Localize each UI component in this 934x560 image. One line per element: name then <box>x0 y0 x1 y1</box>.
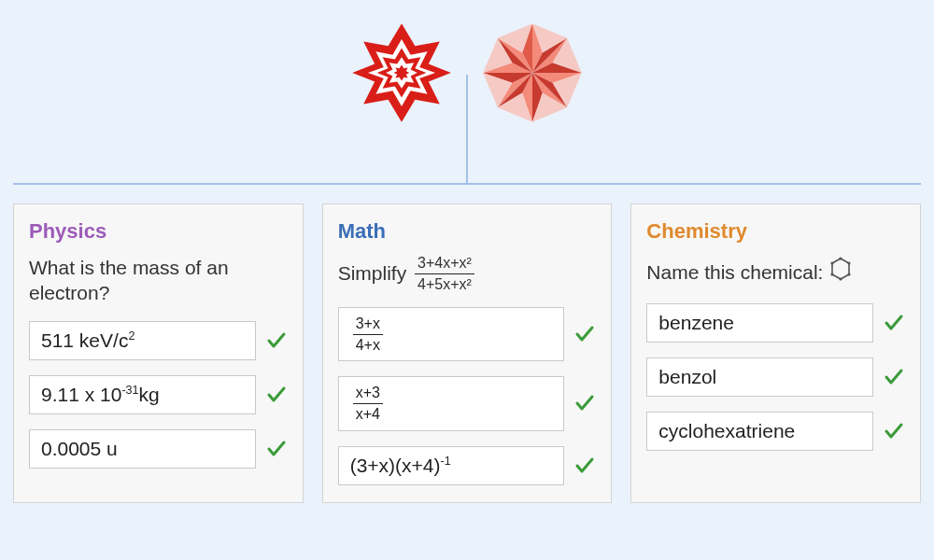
answer-box[interactable]: x+3 x+4 <box>338 376 565 430</box>
card-math: Math Simplify 3+4x+x² 4+5x+x² 3+x 4+x <box>322 203 613 503</box>
answer-row: (3+x)(x+4)-1 <box>338 446 597 485</box>
answer-row: benzene <box>646 303 905 343</box>
mathematica-logo-icon <box>346 17 458 133</box>
answers-physics: 511 keV/c2 9.11 x 10-31kg 0.0005 u <box>29 321 288 469</box>
answer-box[interactable]: 3+x 4+x <box>338 307 565 361</box>
check-icon <box>265 384 288 406</box>
answer-row: 511 keV/c2 <box>29 321 288 360</box>
question-prefix: Simplify <box>338 260 407 286</box>
answer-text: cyclohexatriene <box>658 420 795 442</box>
question-math: Simplify 3+4x+x² 4+5x+x² <box>338 255 597 292</box>
answer-text: (3+x)(x+4)-1 <box>350 455 451 477</box>
svg-point-33 <box>840 277 842 280</box>
answer-box[interactable]: cyclohexatriene <box>646 412 873 451</box>
benzene-molecule-icon <box>827 255 855 288</box>
answer-text: benzene <box>658 312 734 334</box>
check-icon <box>573 392 596 414</box>
fraction-numerator: 3+x <box>353 315 383 335</box>
fraction-numerator: 3+4x+x² <box>415 255 474 274</box>
fraction-denominator: x+4 <box>353 404 383 423</box>
answer-box[interactable]: benzene <box>646 303 873 343</box>
answer-box[interactable]: 9.11 x 10-31kg <box>29 375 256 414</box>
answer-box[interactable]: 0.0005 u <box>29 429 256 469</box>
answers-math: 3+x 4+x x+3 x+4 (3+x)(x+4)-1 <box>338 307 597 484</box>
question-physics: What is the mass of an electron? <box>29 255 288 306</box>
answers-chemistry: benzene benzol cyclohexatriene <box>646 303 905 451</box>
fraction-denominator: 4+5x+x² <box>415 274 474 293</box>
answer-row: 3+x 4+x <box>338 307 597 361</box>
answer-box[interactable]: (3+x)(x+4)-1 <box>338 446 565 485</box>
wolfram-alpha-logo-icon <box>476 17 588 133</box>
answer-row: 9.11 x 10-31kg <box>29 375 288 414</box>
fraction-denominator: 4+x <box>353 335 383 354</box>
answer-row: cyclohexatriene <box>646 412 905 451</box>
card-chemistry: Chemistry Name this chemical: benzene <box>630 203 921 503</box>
question-text: Name this chemical: <box>646 259 823 285</box>
answer-row: x+3 x+4 <box>338 376 597 430</box>
check-icon <box>573 455 596 477</box>
answer-fraction: 3+x 4+x <box>353 315 383 353</box>
answer-row: benzol <box>646 357 905 397</box>
answer-text: 511 keV/c2 <box>41 329 134 352</box>
answer-fraction: x+3 x+4 <box>353 385 383 422</box>
card-title-chemistry: Chemistry <box>646 219 905 244</box>
question-fraction: 3+4x+x² 4+5x+x² <box>415 255 474 292</box>
svg-point-34 <box>831 273 834 275</box>
fraction-numerator: x+3 <box>353 385 383 404</box>
check-icon <box>883 420 905 442</box>
answer-text: 0.0005 u <box>41 438 118 460</box>
connector-vertical <box>466 75 468 185</box>
card-physics: Physics What is the mass of an electron?… <box>13 203 304 503</box>
cards-row: Physics What is the mass of an electron?… <box>13 203 921 503</box>
svg-point-35 <box>831 261 834 264</box>
card-title-physics: Physics <box>29 219 288 244</box>
answer-row: 0.0005 u <box>29 429 288 469</box>
answer-box[interactable]: benzol <box>646 357 873 397</box>
card-title-math: Math <box>338 219 597 244</box>
check-icon <box>265 329 288 352</box>
svg-point-31 <box>848 261 851 264</box>
connector-horizontal <box>13 183 921 185</box>
svg-point-30 <box>840 257 842 259</box>
check-icon <box>265 438 288 460</box>
svg-point-32 <box>848 273 851 275</box>
svg-marker-29 <box>832 259 849 279</box>
check-icon <box>883 366 905 388</box>
check-icon <box>573 323 596 345</box>
check-icon <box>883 312 905 334</box>
answer-box[interactable]: 511 keV/c2 <box>29 321 256 360</box>
question-chemistry: Name this chemical: <box>646 255 905 288</box>
answer-text: benzol <box>658 366 716 388</box>
answer-text: 9.11 x 10-31kg <box>41 384 160 406</box>
